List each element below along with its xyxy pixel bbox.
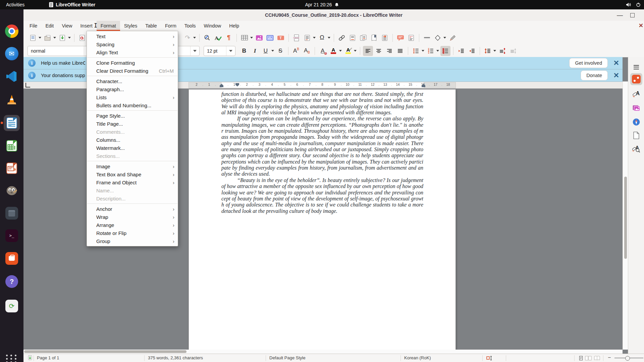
- close-document-icon[interactable]: ✕: [639, 22, 643, 29]
- font-color-icon[interactable]: A: [328, 46, 338, 56]
- menu-file[interactable]: File: [25, 21, 41, 31]
- dock-item-vscode[interactable]: [4, 68, 20, 84]
- format-menu-item-frame-and-object[interactable]: Frame and Object›: [87, 178, 178, 186]
- font-color-dropdown-icon[interactable]: [339, 50, 342, 52]
- dock-item-libreoffice-writer[interactable]: [4, 115, 20, 131]
- insert-cross-reference-icon[interactable]: [380, 33, 390, 43]
- dock-item-files[interactable]: [4, 205, 20, 221]
- dock-item-thunderbird[interactable]: ✉: [4, 46, 20, 62]
- menu-insert[interactable]: Insert: [76, 21, 97, 31]
- menu-form[interactable]: Form: [161, 21, 180, 31]
- line-spacing-icon[interactable]: [483, 46, 493, 56]
- insert-table-icon[interactable]: [239, 33, 250, 43]
- close-icon[interactable]: ✕: [613, 59, 619, 67]
- font-size-combo[interactable]: 12 pt: [204, 46, 235, 56]
- sidebar-page-icon[interactable]: [630, 129, 642, 141]
- highlight-color-dropdown-icon[interactable]: [354, 50, 357, 52]
- format-menu-item-spacing[interactable]: Spacing›: [87, 40, 178, 48]
- basic-shapes-icon[interactable]: [433, 33, 443, 43]
- format-menu-item-title-page[interactable]: Title Page...: [87, 120, 178, 128]
- insert-textbox-icon[interactable]: T: [276, 33, 286, 43]
- horizontal-scrollbar[interactable]: [23, 350, 623, 354]
- menu-format[interactable]: Format: [97, 21, 120, 31]
- underline-icon[interactable]: U: [261, 46, 271, 56]
- format-menu-item-group[interactable]: Group›: [87, 237, 178, 245]
- spelling-icon[interactable]: A: [213, 33, 223, 43]
- sidebar-style-inspector-icon[interactable]: A: [630, 143, 642, 155]
- language-status[interactable]: Korean (RoK): [404, 355, 431, 360]
- decrease-indent-icon[interactable]: [467, 46, 477, 56]
- format-menu-item-lists[interactable]: Lists›: [87, 93, 178, 101]
- para-space-increase-icon[interactable]: [497, 46, 507, 56]
- find-replace-icon[interactable]: [202, 33, 212, 43]
- page-break-icon[interactable]: [291, 33, 302, 43]
- menu-tools[interactable]: Tools: [180, 21, 200, 31]
- menu-window[interactable]: Window: [200, 21, 225, 31]
- get-involved-button[interactable]: Get involved: [569, 58, 608, 68]
- focused-app-menu[interactable]: LibreOffice Writer: [49, 2, 95, 7]
- power-icon[interactable]: [636, 2, 641, 7]
- menu-table[interactable]: Table: [141, 21, 161, 31]
- minimize-button[interactable]: —: [617, 13, 623, 17]
- unordered-list-dropdown-icon[interactable]: [422, 50, 424, 52]
- format-menu-item-bullets-and-numbering[interactable]: Bullets and Numbering...: [87, 101, 178, 109]
- selection-mode-icon[interactable]: [486, 356, 494, 361]
- vertical-scrollbar[interactable]: [623, 81, 628, 350]
- word-count-status[interactable]: 375 words, 2,361 characters: [148, 355, 203, 360]
- dock-item-vlc[interactable]: [4, 92, 20, 108]
- open-dropdown-icon[interactable]: [53, 37, 56, 39]
- document-text[interactable]: function is disturbed, we hallucinate an…: [221, 91, 423, 214]
- format-menu-item-anchor[interactable]: Anchor›: [87, 205, 178, 213]
- insert-field-dropdown-icon[interactable]: [313, 37, 316, 39]
- restore-button[interactable]: [630, 13, 635, 17]
- close-icon[interactable]: ✕: [613, 71, 619, 79]
- hyperlink-icon[interactable]: [337, 33, 347, 43]
- save-icon[interactable]: [57, 33, 67, 43]
- dock-item-software-store[interactable]: [4, 250, 20, 266]
- insert-chart-icon[interactable]: [265, 33, 275, 43]
- dock-item-show-applications[interactable]: [4, 351, 20, 362]
- dock-item-system-tool[interactable]: ⟳: [4, 298, 20, 314]
- horizontal-line-icon[interactable]: [422, 33, 432, 43]
- special-character-dropdown-icon[interactable]: [328, 37, 330, 39]
- format-menu-item-wrap[interactable]: Wrap›: [87, 213, 178, 221]
- insert-endnote-icon[interactable]: [358, 33, 368, 43]
- insert-field-icon[interactable]: [302, 33, 312, 43]
- chevron-down-icon[interactable]: [226, 46, 235, 56]
- title-bar[interactable]: CCHU9045_Course_Outline_2019-20.docx - L…: [23, 9, 644, 21]
- format-menu-item-paragraph[interactable]: Paragraph...: [87, 85, 178, 93]
- basic-shapes-dropdown-icon[interactable]: [443, 37, 446, 39]
- format-menu-item-text-box-and-shape[interactable]: Text Box and Shape›: [87, 170, 178, 178]
- align-right-icon[interactable]: [384, 46, 394, 56]
- sidebar-navigator-icon[interactable]: [630, 116, 642, 128]
- insert-image-icon[interactable]: [254, 33, 264, 43]
- italic-icon[interactable]: I: [250, 46, 260, 56]
- dock-item-chrome[interactable]: [4, 23, 20, 39]
- single-page-view-icon[interactable]: [579, 356, 583, 361]
- chevron-down-icon[interactable]: [190, 46, 199, 56]
- format-menu-item-character[interactable]: Character...: [87, 77, 178, 85]
- paragraph-style-combo[interactable]: normal: [28, 46, 93, 56]
- export-pdf-icon[interactable]: [77, 33, 87, 43]
- format-menu-item-image[interactable]: Image›: [87, 162, 178, 170]
- zoom-out-button[interactable]: −: [608, 355, 611, 361]
- clock[interactable]: Apr 21 20:26: [305, 2, 339, 7]
- book-view-icon[interactable]: [594, 356, 600, 361]
- dock-item-libreoffice-impress[interactable]: [4, 160, 20, 176]
- align-center-icon[interactable]: [374, 46, 384, 56]
- bold-icon[interactable]: B: [239, 46, 249, 56]
- track-changes-icon[interactable]: [406, 33, 416, 43]
- sidebar-properties-icon[interactable]: [630, 73, 642, 85]
- scrollbar-thumb[interactable]: [624, 177, 627, 259]
- subscript-icon[interactable]: AB: [302, 46, 312, 56]
- no-list-icon[interactable]: [440, 46, 450, 56]
- zoom-slider-thumb[interactable]: [625, 356, 630, 361]
- justify-icon[interactable]: [395, 46, 405, 56]
- unordered-list-icon[interactable]: [411, 46, 421, 56]
- format-menu-item-rotate-or-flip[interactable]: Rotate or Flip›: [87, 229, 178, 237]
- format-menu-item-arrange[interactable]: Arrange›: [87, 221, 178, 229]
- insert-comment-icon[interactable]: [395, 33, 406, 43]
- menu-view[interactable]: View: [58, 21, 76, 31]
- menu-help[interactable]: Help: [225, 21, 243, 31]
- highlight-color-icon[interactable]: A: [343, 46, 353, 56]
